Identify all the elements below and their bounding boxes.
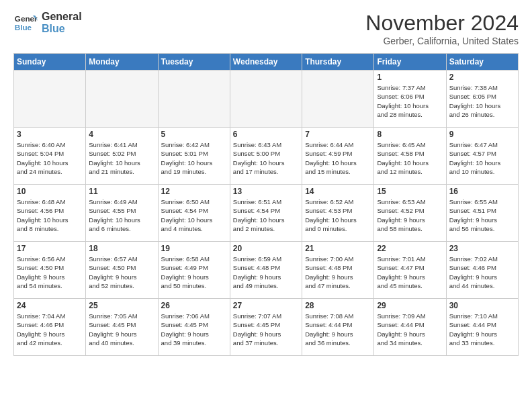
- day-info: Sunrise: 7:05 AM Sunset: 4:45 PM Dayligh…: [89, 312, 154, 347]
- day-number: 26: [161, 301, 227, 310]
- day-number: 24: [17, 301, 83, 310]
- page: General Blue General Blue November 2024 …: [0, 0, 532, 367]
- calendar-cell: 17Sunrise: 6:56 AM Sunset: 4:50 PM Dayli…: [14, 242, 86, 299]
- day-header-wednesday: Wednesday: [230, 54, 302, 71]
- calendar-cell: 8Sunrise: 6:45 AM Sunset: 4:58 PM Daylig…: [374, 128, 446, 185]
- day-number: 16: [449, 187, 515, 196]
- calendar-cell: 16Sunrise: 6:55 AM Sunset: 4:51 PM Dayli…: [446, 185, 518, 242]
- calendar-cell: 6Sunrise: 6:43 AM Sunset: 5:00 PM Daylig…: [230, 128, 302, 185]
- week-row-5: 24Sunrise: 7:04 AM Sunset: 4:46 PM Dayli…: [14, 299, 519, 356]
- day-info: Sunrise: 6:56 AM Sunset: 4:50 PM Dayligh…: [17, 255, 83, 290]
- day-header-tuesday: Tuesday: [158, 54, 230, 71]
- day-info: Sunrise: 7:02 AM Sunset: 4:46 PM Dayligh…: [449, 255, 515, 290]
- calendar-cell: 25Sunrise: 7:05 AM Sunset: 4:45 PM Dayli…: [86, 299, 158, 356]
- calendar-cell: 19Sunrise: 6:58 AM Sunset: 4:49 PM Dayli…: [158, 242, 230, 299]
- day-info: Sunrise: 6:48 AM Sunset: 4:56 PM Dayligh…: [17, 197, 83, 233]
- calendar-cell: 23Sunrise: 7:02 AM Sunset: 4:46 PM Dayli…: [446, 242, 518, 299]
- day-info: Sunrise: 7:37 AM Sunset: 6:06 PM Dayligh…: [377, 83, 443, 119]
- day-info: Sunrise: 6:44 AM Sunset: 4:59 PM Dayligh…: [305, 140, 371, 176]
- calendar-cell: 20Sunrise: 6:59 AM Sunset: 4:48 PM Dayli…: [230, 242, 302, 299]
- day-number: 12: [161, 187, 227, 196]
- calendar-cell: [158, 71, 230, 128]
- calendar-cell: 5Sunrise: 6:42 AM Sunset: 5:01 PM Daylig…: [158, 128, 230, 185]
- day-header-friday: Friday: [374, 54, 446, 71]
- calendar-cell: 22Sunrise: 7:01 AM Sunset: 4:47 PM Dayli…: [374, 242, 446, 299]
- day-info: Sunrise: 6:47 AM Sunset: 4:57 PM Dayligh…: [449, 140, 515, 176]
- week-row-3: 10Sunrise: 6:48 AM Sunset: 4:56 PM Dayli…: [14, 185, 519, 242]
- day-info: Sunrise: 6:51 AM Sunset: 4:54 PM Dayligh…: [233, 197, 299, 233]
- calendar-cell: 2Sunrise: 7:38 AM Sunset: 6:05 PM Daylig…: [446, 71, 518, 128]
- day-info: Sunrise: 6:52 AM Sunset: 4:53 PM Dayligh…: [305, 197, 371, 233]
- day-info: Sunrise: 6:58 AM Sunset: 4:49 PM Dayligh…: [161, 255, 227, 290]
- day-number: 14: [305, 187, 371, 196]
- week-row-2: 3Sunrise: 6:40 AM Sunset: 5:04 PM Daylig…: [14, 128, 519, 185]
- calendar-cell: 28Sunrise: 7:08 AM Sunset: 4:44 PM Dayli…: [302, 299, 374, 356]
- day-number: 30: [449, 301, 515, 310]
- day-info: Sunrise: 6:50 AM Sunset: 4:54 PM Dayligh…: [161, 197, 227, 233]
- day-number: 1: [377, 73, 443, 82]
- title-block: November 2024 Gerber, California, United…: [365, 11, 519, 46]
- svg-text:General: General: [15, 15, 38, 24]
- calendar-cell: 27Sunrise: 7:07 AM Sunset: 4:45 PM Dayli…: [230, 299, 302, 356]
- day-number: 20: [233, 244, 299, 253]
- calendar-cell: [86, 71, 158, 128]
- day-info: Sunrise: 7:08 AM Sunset: 4:44 PM Dayligh…: [305, 312, 371, 347]
- day-info: Sunrise: 6:40 AM Sunset: 5:04 PM Dayligh…: [17, 140, 83, 176]
- day-info: Sunrise: 7:10 AM Sunset: 4:44 PM Dayligh…: [449, 312, 515, 347]
- calendar-cell: 24Sunrise: 7:04 AM Sunset: 4:46 PM Dayli…: [14, 299, 86, 356]
- day-number: 25: [89, 301, 154, 310]
- calendar-cell: 9Sunrise: 6:47 AM Sunset: 4:57 PM Daylig…: [446, 128, 518, 185]
- calendar-cell: 15Sunrise: 6:53 AM Sunset: 4:52 PM Dayli…: [374, 185, 446, 242]
- day-number: 8: [377, 130, 443, 139]
- day-info: Sunrise: 7:04 AM Sunset: 4:46 PM Dayligh…: [17, 312, 83, 347]
- calendar-cell: [14, 71, 86, 128]
- calendar-cell: 21Sunrise: 7:00 AM Sunset: 4:48 PM Dayli…: [302, 242, 374, 299]
- header-row: SundayMondayTuesdayWednesdayThursdayFrid…: [14, 54, 519, 71]
- day-number: 18: [89, 244, 154, 253]
- day-info: Sunrise: 6:41 AM Sunset: 5:02 PM Dayligh…: [89, 140, 154, 176]
- day-number: 6: [233, 130, 299, 139]
- calendar-table: SundayMondayTuesdayWednesdayThursdayFrid…: [13, 53, 519, 356]
- day-number: 2: [449, 73, 515, 82]
- calendar-cell: 13Sunrise: 6:51 AM Sunset: 4:54 PM Dayli…: [230, 185, 302, 242]
- calendar-cell: 11Sunrise: 6:49 AM Sunset: 4:55 PM Dayli…: [86, 185, 158, 242]
- month-title: November 2024: [365, 11, 519, 36]
- calendar-cell: 3Sunrise: 6:40 AM Sunset: 5:04 PM Daylig…: [14, 128, 86, 185]
- calendar-cell: 4Sunrise: 6:41 AM Sunset: 5:02 PM Daylig…: [86, 128, 158, 185]
- day-header-thursday: Thursday: [302, 54, 374, 71]
- day-number: 7: [305, 130, 371, 139]
- day-header-sunday: Sunday: [14, 54, 86, 71]
- day-info: Sunrise: 7:00 AM Sunset: 4:48 PM Dayligh…: [305, 255, 371, 290]
- calendar-cell: 26Sunrise: 7:06 AM Sunset: 4:45 PM Dayli…: [158, 299, 230, 356]
- calendar-cell: 1Sunrise: 7:37 AM Sunset: 6:06 PM Daylig…: [374, 71, 446, 128]
- calendar-cell: [302, 71, 374, 128]
- day-number: 19: [161, 244, 227, 253]
- day-number: 13: [233, 187, 299, 196]
- day-number: 22: [377, 244, 443, 253]
- calendar-cell: 14Sunrise: 6:52 AM Sunset: 4:53 PM Dayli…: [302, 185, 374, 242]
- day-number: 11: [89, 187, 154, 196]
- week-row-1: 1Sunrise: 7:37 AM Sunset: 6:06 PM Daylig…: [14, 71, 519, 128]
- week-row-4: 17Sunrise: 6:56 AM Sunset: 4:50 PM Dayli…: [14, 242, 519, 299]
- day-number: 9: [449, 130, 515, 139]
- logo-blue: Blue: [42, 23, 82, 35]
- day-info: Sunrise: 6:57 AM Sunset: 4:50 PM Dayligh…: [89, 255, 154, 290]
- day-header-saturday: Saturday: [446, 54, 518, 71]
- day-info: Sunrise: 6:59 AM Sunset: 4:48 PM Dayligh…: [233, 255, 299, 290]
- calendar-cell: 7Sunrise: 6:44 AM Sunset: 4:59 PM Daylig…: [302, 128, 374, 185]
- day-info: Sunrise: 6:49 AM Sunset: 4:55 PM Dayligh…: [89, 197, 154, 233]
- header: General Blue General Blue November 2024 …: [13, 11, 519, 46]
- day-info: Sunrise: 6:43 AM Sunset: 5:00 PM Dayligh…: [233, 140, 299, 176]
- logo-general: General: [42, 11, 82, 23]
- day-number: 23: [449, 244, 515, 253]
- day-info: Sunrise: 6:55 AM Sunset: 4:51 PM Dayligh…: [449, 197, 515, 233]
- day-info: Sunrise: 7:01 AM Sunset: 4:47 PM Dayligh…: [377, 255, 443, 290]
- day-number: 3: [17, 130, 83, 139]
- day-number: 17: [17, 244, 83, 253]
- calendar-cell: 18Sunrise: 6:57 AM Sunset: 4:50 PM Dayli…: [86, 242, 158, 299]
- day-info: Sunrise: 6:45 AM Sunset: 4:58 PM Dayligh…: [377, 140, 443, 176]
- day-number: 27: [233, 301, 299, 310]
- day-number: 15: [377, 187, 443, 196]
- day-number: 5: [161, 130, 227, 139]
- day-number: 10: [17, 187, 83, 196]
